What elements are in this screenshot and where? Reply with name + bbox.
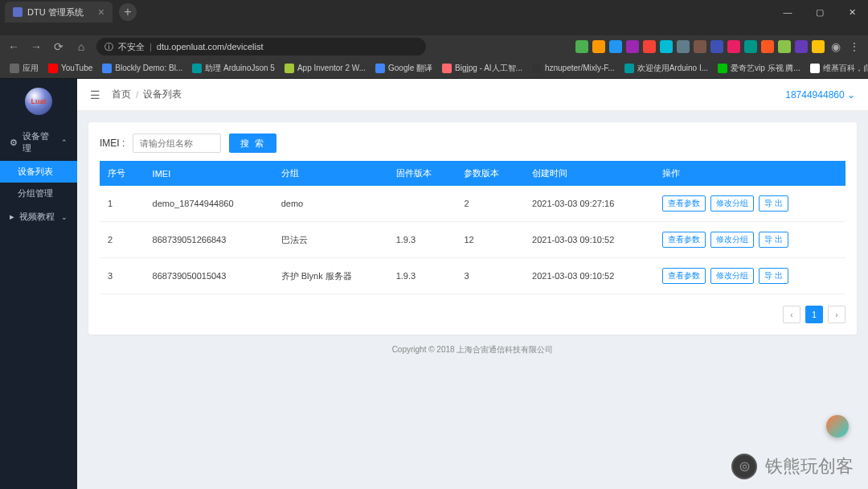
edit-group-button[interactable]: 修改分组	[710, 232, 754, 248]
ext-icon[interactable]	[643, 40, 656, 53]
close-window-button[interactable]: ✕	[836, 0, 868, 24]
view-params-button[interactable]: 查看参数	[662, 195, 706, 212]
export-button[interactable]: 导 出	[759, 232, 788, 248]
edit-group-button[interactable]: 修改分组	[710, 268, 754, 284]
export-button[interactable]: 导 出	[759, 195, 788, 212]
cell-actions: 查看参数 修改分组 导 出	[654, 222, 845, 258]
sidebar-item-group-manage[interactable]: 分组管理	[0, 183, 77, 204]
bookmark-item[interactable]: 欢迎使用Arduino I...	[621, 63, 711, 74]
cell-actions: 查看参数 修改分组 导 出	[654, 186, 845, 222]
cell-imei: 868739051266843	[145, 222, 273, 258]
minimize-button[interactable]: —	[772, 0, 804, 24]
bookmarks-bar: 应用 YouTube Blockly Demo: Bl... 助理 Arduin…	[0, 58, 868, 79]
page-next[interactable]: ›	[828, 306, 845, 323]
cell-imei: 868739050015043	[145, 258, 273, 294]
cell-group: 齐护 Blynk 服务器	[273, 258, 388, 294]
ext-icon[interactable]	[795, 40, 808, 53]
menu-icon[interactable]: ⋮	[847, 40, 862, 53]
ext-icon[interactable]	[744, 40, 757, 53]
reload-button[interactable]: ⟳	[51, 40, 66, 53]
imei-search-input[interactable]	[133, 134, 221, 153]
th-imei: IMEI	[145, 161, 273, 186]
edit-group-button[interactable]: 修改分组	[710, 195, 754, 212]
bookmark-item[interactable]: 维基百科，自由的...	[807, 63, 868, 74]
hamburger-icon[interactable]: ☰	[90, 88, 100, 101]
ext-icon[interactable]	[575, 40, 588, 53]
page-1[interactable]: 1	[805, 306, 823, 323]
cell-fw: 1.9.3	[388, 222, 457, 258]
breadcrumb-sep: /	[136, 89, 138, 101]
profile-icon[interactable]: ◉	[829, 40, 843, 53]
view-params-button[interactable]: 查看参数	[662, 268, 706, 284]
cell-created: 2021-03-03 09:27:16	[524, 186, 654, 222]
ext-icon[interactable]	[710, 40, 723, 53]
ext-icon[interactable]	[761, 40, 774, 53]
floating-action-button[interactable]	[826, 415, 849, 438]
cell-pv: 3	[456, 258, 524, 294]
pagination: ‹ 1 ›	[100, 306, 845, 323]
search-button[interactable]: 搜 索	[229, 134, 276, 153]
favicon	[13, 7, 23, 17]
th-pv: 参数版本	[456, 161, 524, 186]
view-params-button[interactable]: 查看参数	[662, 232, 706, 248]
bookmark-item[interactable]: 助理 ArduinoJson 5	[189, 63, 278, 74]
bookmark-item[interactable]: Bigjpg - AI人工智...	[439, 63, 526, 74]
ext-icon[interactable]	[778, 40, 791, 53]
sidebar-group-video[interactable]: ▸ 视频教程 ⌄	[0, 204, 77, 229]
browser-tab[interactable]: DTU 管理系统 ×	[5, 2, 113, 23]
watermark: ⊚ 铁熊玩创客	[731, 454, 854, 479]
gear-icon: ⚙	[10, 138, 18, 148]
cell-pv: 2	[456, 186, 524, 222]
cell-group: demo	[273, 186, 388, 222]
video-icon: ▸	[10, 212, 14, 222]
ext-icon[interactable]	[727, 40, 740, 53]
ext-icon[interactable]	[677, 40, 690, 53]
user-phone[interactable]: 18744944860 ⌄	[785, 89, 855, 101]
th-created: 创建时间	[524, 161, 654, 186]
logo[interactable]: Luat	[0, 79, 77, 124]
forward-button[interactable]: →	[29, 40, 43, 53]
ext-icon[interactable]	[694, 40, 706, 53]
close-tab-icon[interactable]: ×	[98, 6, 104, 18]
th-index: 序号	[100, 161, 145, 186]
tab-title: DTU 管理系统	[27, 6, 84, 18]
apps-bookmark[interactable]: 应用	[6, 63, 42, 74]
topbar: ☰ 首页 / 设备列表 18744944860 ⌄	[77, 79, 868, 111]
sidebar-item-device-list[interactable]: 设备列表	[0, 161, 77, 183]
cell-index: 2	[100, 222, 145, 258]
address-bar[interactable]: ⓘ 不安全 | dtu.openluat.com/devicelist	[96, 38, 426, 55]
page-prev[interactable]: ‹	[783, 306, 800, 323]
th-fw: 固件版本	[388, 161, 457, 186]
bookmark-item[interactable]: App Inventor 2 W...	[281, 64, 369, 73]
home-button[interactable]: ⌂	[74, 40, 88, 53]
bookmark-item[interactable]: 爱奇艺vip 乐视 腾...	[714, 63, 804, 74]
url-text: dtu.openluat.com/devicelist	[157, 42, 264, 51]
cell-index: 3	[100, 258, 145, 294]
back-button[interactable]: ←	[6, 40, 21, 53]
sidebar-group-device[interactable]: ⚙ 设备管理 ⌃	[0, 124, 77, 161]
cell-fw: 1.9.3	[388, 258, 457, 294]
bookmark-item[interactable]: Google 翻译	[372, 63, 436, 74]
bookmark-item[interactable]: YouTube	[45, 64, 96, 73]
lock-warning-icon: ⓘ	[104, 41, 113, 53]
export-button[interactable]: 导 出	[759, 268, 788, 284]
cell-fw	[388, 186, 457, 222]
new-tab-button[interactable]: +	[119, 3, 137, 21]
maximize-button[interactable]: ▢	[804, 0, 836, 24]
wechat-icon: ⊚	[731, 454, 757, 479]
security-label: 不安全	[118, 41, 145, 53]
chevron-down-icon: ⌄	[61, 213, 68, 221]
ext-icon[interactable]	[592, 40, 605, 53]
chevron-up-icon: ⌃	[61, 138, 68, 146]
breadcrumb-home[interactable]: 首页	[112, 88, 131, 101]
ext-icon[interactable]	[609, 40, 622, 53]
ext-icon[interactable]	[626, 40, 639, 53]
cell-actions: 查看参数 修改分组 导 出	[654, 258, 845, 294]
ext-icon[interactable]	[812, 40, 825, 53]
th-actions: 操作	[654, 161, 845, 186]
ext-icon[interactable]	[660, 40, 673, 53]
bookmark-item[interactable]: Blockly Demo: Bl...	[99, 64, 186, 73]
extension-icons: ◉ ⋮	[575, 40, 862, 53]
cell-index: 1	[100, 186, 145, 222]
bookmark-item[interactable]: hznupeter/Mixly-F...	[529, 64, 618, 73]
